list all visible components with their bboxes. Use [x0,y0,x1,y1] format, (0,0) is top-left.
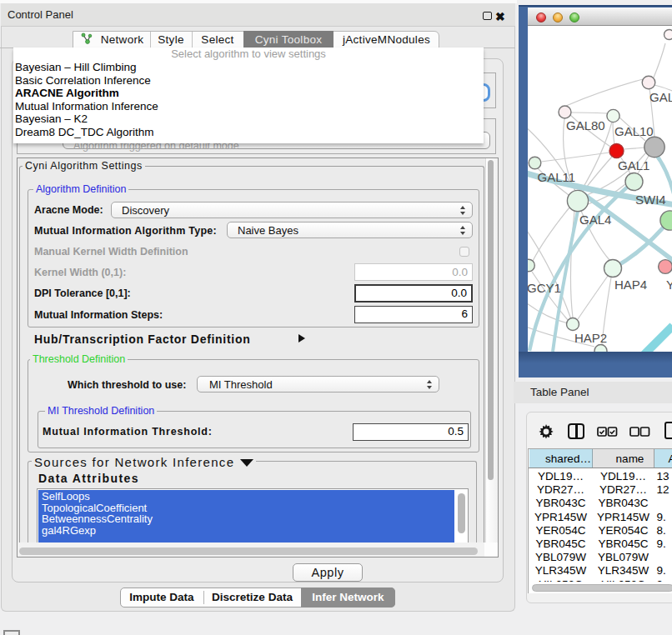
svg-text:GAL11: GAL11 [538,170,576,184]
svg-text:GAL4: GAL4 [579,212,611,227]
svg-text:SWI4: SWI4 [635,192,666,207]
svg-text:GAL1: GAL1 [618,158,649,172]
svg-text:HAP4: HAP4 [614,278,647,292]
svg-text:HAP2: HAP2 [574,331,607,345]
svg-text:YJ: YJ [666,278,672,292]
svg-text:GAL10: GAL10 [614,124,654,138]
svg-text:GAL7: GAL7 [649,90,672,104]
svg-text:GCY1: GCY1 [528,281,561,295]
svg-text:GAL80: GAL80 [566,118,605,132]
